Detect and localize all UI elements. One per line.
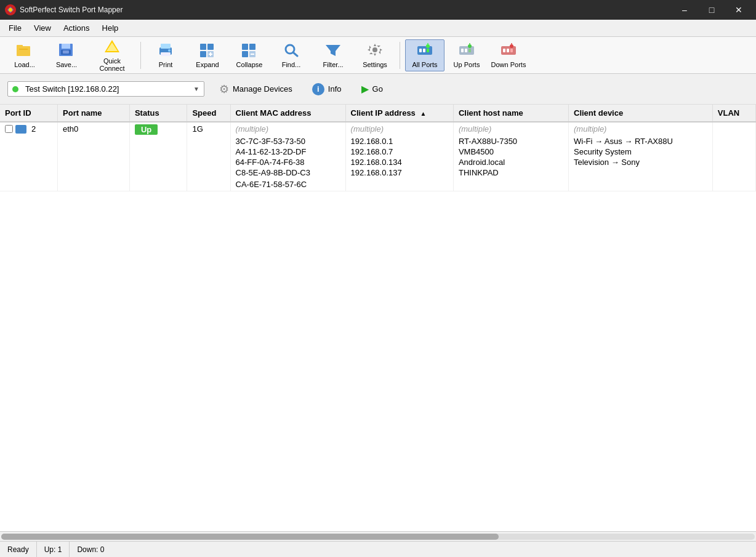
collapse-button[interactable]: Collapse [230,39,269,71]
sub-cell-vlan [712,136,755,146]
col-header-ip[interactable]: Client IP address ▲ [345,105,453,122]
find-label: Find... [282,61,301,68]
scroll-thumb[interactable] [1,534,499,540]
down-ports-label: Down Ports [491,61,526,68]
status-down-text: Down: 0 [77,545,104,554]
svg-point-14 [168,49,171,52]
find-button[interactable]: Find... [271,39,311,71]
sub-cell-portid [0,157,58,167]
table-sub-row: 3C-7C-3F-53-73-50 192.168.0.1 RT-AX88U-7… [0,136,756,146]
col-mac-label: Client MAC address [236,108,312,118]
host-value: THINKPAD [459,168,499,177]
scroll-track[interactable] [1,534,755,540]
col-ip-label: Client IP address [351,108,416,118]
menu-file[interactable]: File [2,21,28,35]
sub-cell-mac: A4-11-62-13-2D-DF [230,146,345,157]
info-button[interactable]: i Info [307,81,347,98]
menu-help[interactable]: Help [96,21,125,35]
settings-button[interactable]: Settings [355,39,395,71]
sub-cell-portid [0,146,58,157]
expand-button[interactable]: Expand [188,39,227,71]
minimize-button[interactable]: – [672,2,697,17]
svg-rect-37 [461,49,464,52]
svg-rect-13 [161,52,171,56]
col-header-vlan[interactable]: VLAN [712,105,755,122]
cell-speed: 1G [187,122,230,136]
print-icon [157,42,174,60]
host-value: Android.local [459,158,505,167]
save-button[interactable]: Save... [47,39,86,71]
sub-cell-status [129,136,187,146]
sub-cell-portid [0,178,58,191]
col-header-mac[interactable]: Client MAC address [230,105,345,122]
load-icon [16,42,33,60]
filter-icon [324,42,342,60]
svg-point-34 [426,44,430,48]
svg-rect-45 [510,49,513,52]
mac-value: A4-11-62-13-2D-DF [236,147,307,156]
svg-line-27 [293,52,297,56]
all-ports-button[interactable]: All Ports [405,39,444,71]
manage-devices-button[interactable]: ⚙ Manage Devices [214,80,297,98]
ip-value: 192.168.0.1 [351,137,393,146]
menu-view[interactable]: View [28,21,57,35]
expand-icon [199,42,216,60]
manage-devices-label: Manage Devices [233,84,292,94]
sub-cell-status [129,157,187,167]
horizontal-scrollbar[interactable] [0,531,756,541]
device-multiple: (multiple) [574,124,606,134]
port-name-value: eth0 [63,124,78,134]
sub-cell-portname [58,157,130,167]
gear-icon: ⚙ [219,82,229,96]
col-header-portname[interactable]: Port name [58,105,130,122]
load-label: Load... [14,61,35,68]
svg-rect-8 [63,50,69,54]
col-header-speed[interactable]: Speed [187,105,230,122]
go-button[interactable]: ▶ Go [356,81,388,97]
ip-value: 192.168.0.137 [351,168,402,177]
sub-cell-mac: CA-6E-71-58-57-6C [230,178,345,191]
quick-connect-button[interactable]: Quick Connect [89,39,135,71]
close-button[interactable]: ✕ [726,2,751,17]
table-sub-row: A4-11-62-13-2D-DF 192.168.0.7 VMB4500 Se… [0,146,756,157]
toolbar-separator-1 [140,42,141,69]
sub-cell-ip: 192.168.0.7 [345,146,453,157]
find-icon [283,42,300,60]
col-header-status[interactable]: Status [129,105,187,122]
svg-rect-15 [200,44,206,50]
svg-rect-23 [242,51,248,57]
up-ports-button[interactable]: Up Ports [447,39,486,71]
svg-rect-31 [419,49,422,52]
print-button[interactable]: Print [146,39,185,71]
col-header-portid[interactable]: Port ID [0,105,58,122]
svg-rect-17 [200,51,206,57]
svg-rect-16 [207,44,214,50]
mac-multiple: (multiple) [236,124,268,134]
menu-actions[interactable]: Actions [57,21,96,35]
quick-connect-icon [103,39,121,56]
svg-point-40 [468,44,472,48]
sub-cell-device: Wi-Fi → Asus → RT-AX88U [569,136,713,146]
sub-cell-speed [187,146,230,157]
load-button[interactable]: Load... [5,39,44,71]
quick-connect-label: Quick Connect [90,57,134,72]
filter-button[interactable]: Filter... [313,39,353,71]
row-checkbox[interactable] [5,125,13,133]
status-ready-text: Ready [7,545,29,554]
sub-cell-vlan [712,157,755,167]
down-ports-button[interactable]: Down Ports [489,39,528,71]
col-header-host[interactable]: Client host name [453,105,568,122]
toolbar: Load... Save... Quick Connect Print Expa… [0,37,756,74]
all-ports-label: All Ports [412,61,438,68]
col-header-device[interactable]: Client device [569,105,713,122]
sub-cell-host [453,178,568,191]
device-select[interactable]: Test Switch [192.168.0.22] [7,81,204,97]
table-body: 2 eth0 Up 1G (multiple) (multiple) (mult… [0,122,756,191]
collapse-label: Collapse [236,61,263,68]
col-vlan-label: VLAN [718,108,739,118]
sub-cell-device [569,167,713,178]
device-value: Wi-Fi → Asus → RT-AX88U [574,137,673,146]
status-bar: Ready Up: 1 Down: 0 [0,541,756,557]
maximize-button[interactable]: □ [699,2,724,17]
svg-point-1 [9,8,12,12]
